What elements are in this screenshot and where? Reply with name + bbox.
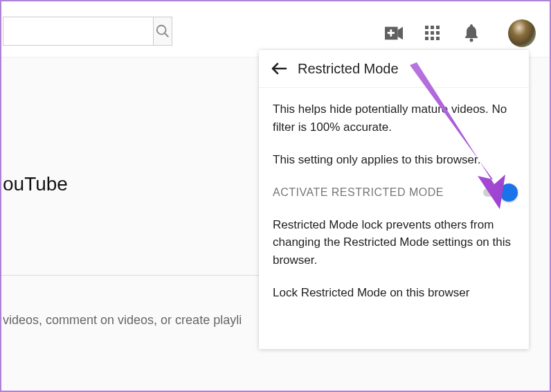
notifications-bell-icon[interactable] — [462, 24, 480, 42]
svg-rect-13 — [431, 37, 434, 40]
activate-toggle-row: ACTIVATE RESTRICTED MODE — [273, 184, 515, 201]
activate-toggle-label: ACTIVATE RESTRICTED MODE — [273, 184, 444, 201]
lock-description: Restricted Mode lock prevents others fro… — [273, 216, 515, 269]
svg-marker-3 — [398, 27, 403, 40]
search-icon — [154, 22, 172, 40]
activate-restricted-mode-toggle[interactable] — [483, 186, 515, 199]
svg-rect-10 — [431, 31, 434, 35]
lock-restricted-mode-link[interactable]: Lock Restricted Mode on this browser — [273, 284, 515, 302]
apps-grid-icon[interactable] — [424, 24, 442, 42]
search-button[interactable] — [153, 17, 172, 46]
panel-body: This helps hide potentially mature video… — [259, 88, 529, 309]
svg-line-1 — [165, 33, 169, 37]
top-bar — [1, 1, 550, 57]
create-video-icon[interactable] — [385, 24, 403, 42]
svg-rect-14 — [436, 37, 440, 40]
svg-rect-11 — [436, 31, 440, 35]
top-icons — [385, 19, 536, 47]
panel-title: Restricted Mode — [298, 61, 399, 77]
panel-description-1: This helps hide potentially mature video… — [273, 100, 515, 136]
search-wrap — [3, 17, 172, 46]
page-heading-fragment: ouTube — [3, 173, 68, 195]
search-input[interactable] — [3, 17, 153, 46]
svg-point-0 — [157, 26, 166, 35]
svg-rect-9 — [425, 31, 428, 35]
back-arrow-icon[interactable] — [270, 60, 288, 78]
panel-description-2: This setting only applies to this browse… — [273, 151, 515, 169]
divider — [1, 275, 264, 276]
toggle-knob — [500, 184, 518, 202]
svg-rect-6 — [425, 26, 428, 29]
svg-point-15 — [470, 39, 473, 42]
panel-header: Restricted Mode — [259, 50, 529, 88]
svg-rect-5 — [388, 32, 395, 34]
svg-rect-8 — [436, 26, 440, 29]
avatar[interactable] — [508, 19, 536, 47]
page-subtext-fragment: videos, comment on videos, or create pla… — [3, 313, 242, 328]
restricted-mode-panel: Restricted Mode This helps hide potentia… — [259, 50, 529, 349]
svg-rect-7 — [431, 26, 434, 29]
svg-rect-12 — [425, 37, 428, 40]
